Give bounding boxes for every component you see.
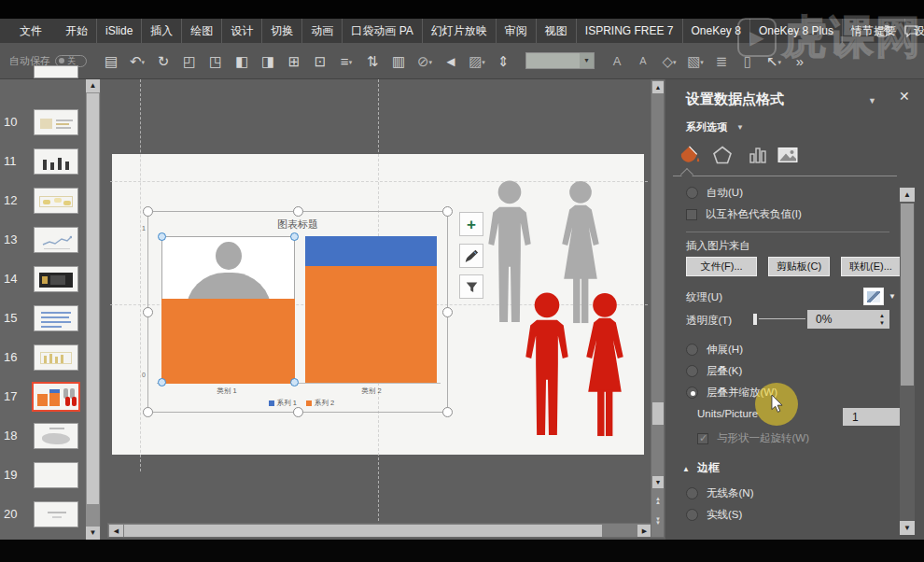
units-per-picture-input[interactable]: 1 — [843, 408, 903, 426]
chart-filters-button[interactable] — [459, 274, 483, 299]
send-backward-icon[interactable]: ◳ — [204, 54, 227, 68]
datapoint-handle-bl[interactable] — [158, 378, 166, 386]
bring-to-front-icon[interactable]: ◧ — [231, 54, 253, 68]
next-slide-icon[interactable]: ▼▼ — [652, 515, 664, 530]
menu-view[interactable]: 视图 — [537, 19, 577, 43]
menu-ispring[interactable]: ISPRING FREE 7 — [577, 19, 683, 43]
menu-onekey8[interactable]: OneKey 8 — [683, 19, 750, 43]
shape-outline-icon[interactable]: ◇▾ — [658, 54, 680, 68]
insert-from-file-button[interactable]: 文件(F)... — [686, 257, 757, 276]
eraser-icon[interactable]: ⊘▾ — [413, 54, 436, 68]
clipboard-icon[interactable]: ▯ — [736, 54, 759, 68]
slide-thumb-19[interactable] — [34, 462, 78, 488]
chart-handle-br[interactable] — [442, 407, 453, 417]
scroll-right-icon[interactable]: ▶ — [637, 525, 651, 537]
series1-segment-cat1[interactable] — [161, 299, 295, 384]
pane-dropdown-icon[interactable]: ▼ — [868, 96, 876, 105]
slide-thumb-10[interactable] — [34, 109, 78, 135]
scroll-left-icon[interactable]: ◀ — [109, 525, 123, 537]
chart-handle-ml[interactable] — [143, 307, 153, 317]
datapoint-handle-br[interactable] — [290, 378, 299, 386]
shrink-font-icon[interactable]: A — [632, 56, 654, 66]
slide-thumb-16[interactable] — [34, 344, 78, 371]
border-section-label[interactable]: 边框 — [697, 460, 720, 476]
canvas-horizontal-scrollbar[interactable]: ◀ ▶ — [107, 523, 653, 538]
slide-thumb-17-selected[interactable] — [32, 382, 80, 412]
distribute-icon[interactable]: ⇅ — [361, 54, 384, 68]
radio-no-line[interactable]: 无线条(N) — [686, 486, 753, 500]
category2-label[interactable]: 类别 2 — [325, 386, 418, 396]
transparency-slider-track[interactable] — [759, 318, 805, 319]
checkbox-invert-negative[interactable]: 以互补色代表负值(I) — [686, 207, 802, 221]
select-cursor-icon[interactable]: ↖▾ — [763, 54, 785, 68]
slide-thumb-20[interactable] — [34, 501, 78, 527]
section-expand-icon[interactable]: ▲ — [682, 465, 690, 473]
thumbnail-scroll-up-icon[interactable]: ▲ — [86, 79, 100, 92]
chart-elements-button[interactable]: + — [459, 212, 483, 236]
menu-pocket-animation[interactable]: 口袋动画 PA — [343, 19, 422, 43]
series-options-label[interactable]: 系列选项 — [686, 120, 727, 134]
chart-styles-button[interactable] — [459, 244, 483, 268]
menu-islide[interactable]: iSlide — [97, 19, 142, 43]
category1-label[interactable]: 类别 1 — [180, 386, 273, 396]
legend-item-series2[interactable]: 系列 2 — [306, 399, 334, 408]
scroll-up-icon[interactable]: ▲ — [652, 81, 664, 93]
redo-icon[interactable]: ↻ — [152, 54, 175, 68]
more-commands-icon[interactable]: » — [789, 54, 811, 68]
slide-thumb-18[interactable] — [34, 423, 78, 449]
transparency-slider-knob[interactable] — [753, 314, 757, 325]
pane-scroll-down-icon[interactable]: ▼ — [900, 521, 915, 535]
radio-solid-line[interactable]: 实线(S) — [686, 508, 742, 522]
transparency-spinner[interactable]: ▲▼ — [875, 310, 889, 329]
texture-dropdown-icon[interactable]: ▼ — [884, 288, 901, 305]
canvas-vertical-scrollbar[interactable]: ▲ ▼ ▲▲ ▼▼ — [651, 79, 665, 538]
row-height-icon[interactable]: ⇕ — [492, 54, 514, 68]
slide-thumb-12[interactable] — [34, 188, 78, 214]
save-icon[interactable]: ▤ — [100, 54, 122, 68]
data-point-category1[interactable] — [161, 236, 295, 383]
pane-scrollbar[interactable]: ▲ ▼ — [900, 188, 915, 535]
previous-slide-icon[interactable]: ▲▲ — [652, 495, 664, 510]
radio-stretch[interactable]: 伸展(H) — [686, 343, 743, 357]
share-icon[interactable] — [876, 24, 891, 37]
chart-handle-tc[interactable] — [293, 206, 303, 217]
slide-thumb-13[interactable] — [34, 227, 78, 253]
menu-onekey8plus[interactable]: OneKey 8 Plus — [750, 19, 843, 43]
tab-series-options[interactable] — [744, 141, 772, 169]
line-spacing-icon[interactable]: ≣ — [710, 54, 733, 68]
pane-scroll-thumb[interactable] — [901, 204, 914, 386]
slide-thumb-9-partial[interactable] — [34, 65, 78, 78]
series2-segment-cat2[interactable] — [305, 236, 437, 266]
send-to-back-icon[interactable]: ◨ — [257, 54, 279, 68]
menu-file[interactable]: 文件 — [11, 19, 57, 43]
menu-animations[interactable]: 动画 — [302, 19, 343, 43]
datapoint-handle-tl[interactable] — [158, 232, 166, 241]
print-icon[interactable]: ▥ — [387, 54, 410, 68]
chart-title[interactable]: 图表标题 — [148, 218, 447, 232]
menu-home[interactable]: 开始 — [57, 19, 97, 43]
menu-slideshow[interactable]: 幻灯片放映 — [423, 19, 497, 43]
pane-close-icon[interactable]: ✕ — [899, 89, 910, 104]
chart-legend[interactable]: 系列 1 系列 2 — [231, 399, 371, 408]
comments-icon[interactable] — [904, 25, 918, 37]
texture-picker[interactable]: ▼ — [863, 288, 901, 305]
h-scroll-thumb[interactable] — [124, 525, 602, 537]
group-icon[interactable]: ⊞ — [283, 54, 305, 68]
thumbnail-scroll-down-icon[interactable]: ▼ — [86, 527, 100, 540]
datapoint-handle-tr[interactable] — [290, 232, 299, 241]
insert-online-button[interactable]: 联机(E)... — [841, 257, 901, 276]
slide-thumb-14[interactable] — [34, 266, 78, 292]
combo-dropdown-icon[interactable]: ▼ — [580, 53, 594, 68]
animation-preview-icon[interactable]: ◄ — [440, 54, 462, 68]
scroll-down-icon[interactable]: ▼ — [652, 476, 664, 488]
align-objects-icon[interactable]: ≡▾ — [335, 54, 357, 68]
v-scroll-thumb[interactable] — [652, 402, 664, 425]
artistic-effects-icon[interactable]: ▨▾ — [466, 54, 488, 68]
menu-insert[interactable]: 插入 — [142, 19, 182, 43]
slide-thumb-11[interactable] — [34, 148, 78, 175]
chart-handle-tl[interactable] — [143, 206, 153, 217]
menu-design[interactable]: 设计 — [222, 19, 262, 43]
menu-draw[interactable]: 绘图 — [182, 19, 222, 43]
pane-scroll-up-icon[interactable]: ▲ — [900, 188, 915, 202]
menu-transitions[interactable]: 切换 — [262, 19, 302, 43]
